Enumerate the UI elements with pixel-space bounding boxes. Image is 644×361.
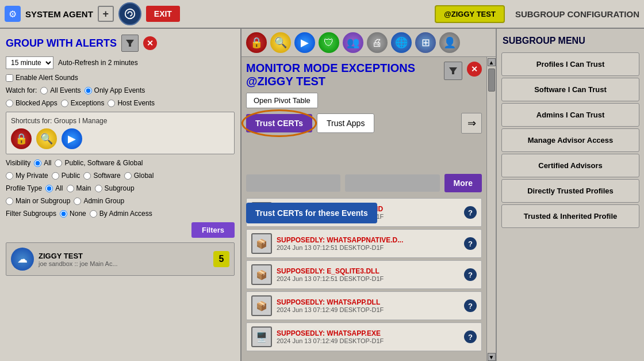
group-name: ZIGGY TEST [39, 252, 209, 260]
refresh-row: 15 minute 30 minute 1 hour Auto-Refresh … [6, 56, 235, 69]
open-pivot-table-button[interactable]: Open Pivot Table [246, 93, 318, 108]
toolbar-lock-icon[interactable]: 🔒 [246, 32, 267, 53]
exceptions-option[interactable]: Exceptions [61, 99, 105, 107]
event-help-button[interactable]: ? [464, 237, 477, 250]
scrollbar[interactable]: ▲ ▼ [486, 57, 496, 361]
menu-item-5[interactable]: Directly Trusted Profiles [501, 179, 639, 203]
vis-public[interactable]: Public [52, 172, 80, 180]
event-help-button[interactable]: ? [464, 299, 477, 312]
menu-item-6[interactable]: Trusted & Inherited Profile [501, 204, 639, 228]
toolbar-search-icon[interactable]: 🔍 [270, 32, 291, 53]
menu-item-0[interactable]: Profiles I Can Trust [501, 52, 639, 76]
scroll-up-button[interactable]: ▲ [488, 58, 496, 66]
menu-item-3[interactable]: Manage Advisor Access [501, 128, 639, 152]
block-options-row: Blocked Apps Exceptions Host Events [6, 99, 235, 107]
home-nav-icon[interactable] [118, 2, 141, 25]
toolbar-person-icon[interactable]: 👤 [439, 32, 460, 53]
group-item[interactable]: ☁ ZIGGY TEST joe sandbox :: joe Main Ac.… [6, 242, 235, 276]
toolbar-grid-icon[interactable]: ⊞ [415, 32, 436, 53]
toolbar-printer-icon[interactable]: 🖨 [367, 32, 388, 53]
refresh-select[interactable]: 15 minute 30 minute 1 hour [6, 56, 53, 69]
only-app-events-option[interactable]: Only App Events [85, 86, 145, 94]
left-panel: GROUP WITH ALERTS ✕ 15 minute 30 minute … [0, 29, 241, 361]
refresh-text: Auto-Refresh in 2 minutes [58, 59, 138, 67]
group-sub: joe sandbox :: joe Main Ac... [39, 260, 209, 267]
shortcut-lock-icon[interactable]: 🔒 [11, 128, 32, 149]
tooltip-box: Trust CERTs for these Events [246, 203, 377, 223]
toolbar-shield-icon[interactable]: 🛡 [319, 32, 339, 53]
scroll-down-button[interactable]: ▼ [488, 353, 496, 361]
toolbar-row: 🔒 🔍 ▶ 🛡 👥 🖨 🌐 ⊞ 👤 [241, 29, 496, 57]
menu-item-1[interactable]: Software I Can Trust [501, 78, 639, 101]
vis-global[interactable]: Global [124, 172, 154, 180]
shortcut-search-icon[interactable]: 🔍 [36, 128, 57, 149]
alert-sounds-row: Enable Alert Sounds [6, 74, 235, 82]
fs-none[interactable]: None [60, 210, 86, 218]
monitor-filter-button[interactable] [444, 62, 462, 80]
trust-certs-button[interactable]: Trust CERTs [246, 114, 312, 132]
host-events-option[interactable]: Host Events [108, 99, 155, 107]
event-name: SUPPOSEDLY: WHATSAPP.EXE [277, 329, 459, 337]
event-help-button[interactable]: ? [464, 206, 477, 219]
blocked-apps-option[interactable]: Blocked Apps [6, 99, 57, 107]
menu-item-2[interactable]: Admins I Can Trust [501, 103, 639, 127]
pt-subgroup[interactable]: Subgroup [95, 184, 135, 192]
vis-all[interactable]: All [34, 159, 51, 167]
event-name: SUPPOSEDLY: E_SQLITE3.DLL [277, 267, 459, 275]
event-list-item[interactable]: 📦 SUPPOSEDLY: WHATSAPPNATIVE.D... 2024 J… [246, 229, 482, 258]
panel-title: GROUP WITH ALERTS ✕ [6, 35, 235, 52]
event-list-item[interactable]: 🖥️ SUPPOSEDLY: WHATSAPP.EXE 2024 Jun 13 … [246, 322, 482, 351]
action-row: Trust CERTs Trust Apps ⇒ [246, 113, 482, 134]
scroll-thumb[interactable] [488, 69, 495, 92]
group-alerts-title: GROUP WITH ALERTS [6, 37, 117, 50]
watch-for-row: Watch for: All Events Only App Events [6, 86, 235, 94]
vis-myprivate[interactable]: My Private [6, 172, 48, 180]
all-events-option[interactable]: All Events [40, 86, 80, 94]
app-title: SYSTEM AGENT [25, 9, 93, 19]
filters-button[interactable]: Filters [191, 222, 235, 238]
toolbar-people-icon[interactable]: 👥 [343, 32, 363, 53]
event-list-item[interactable]: 📦 SUPPOSEDLY: WHATSAPP.DLL 2024 Jun 13 0… [246, 291, 482, 320]
event-icon: 📦 [251, 295, 272, 316]
add-button[interactable]: + [98, 6, 114, 22]
pt-all[interactable]: All [45, 184, 63, 192]
watch-for-label: Watch for: [6, 86, 37, 94]
event-help-button[interactable]: ? [464, 330, 477, 343]
trust-apps-button[interactable]: Trust Apps [317, 113, 374, 133]
event-time: 2024 Jun 13 07:12:51 DESKTOP-D1F [277, 244, 459, 251]
monitor-close-button[interactable]: ✕ [467, 62, 482, 77]
vis-public-sw-global[interactable]: Public, Software & Global [55, 159, 143, 167]
group-info: ZIGGY TEST joe sandbox :: joe Main Ac... [39, 252, 209, 267]
svg-point-0 [125, 9, 135, 19]
user-badge[interactable]: @ZIGGY TEST [435, 5, 505, 23]
menu-items-container: Profiles I Can TrustSoftware I Can Trust… [497, 51, 644, 230]
exit-button[interactable]: EXIT [146, 6, 180, 22]
event-list-item[interactable]: 📦 SUPPOSEDLY: E_SQLITE3.DLL 2024 Jun 13 … [246, 260, 482, 289]
visibility-row: Visibility All Public, Software & Global [6, 159, 235, 167]
vis-software[interactable]: Software [83, 172, 120, 180]
enable-alert-sounds-label: Enable Alert Sounds [16, 74, 78, 82]
enable-alert-sounds-checkbox[interactable] [6, 74, 13, 82]
expand-arrow-button[interactable]: ⇒ [461, 113, 482, 134]
fs-by-admin[interactable]: By Admin Access [90, 210, 152, 218]
profile-type-label: Profile Type [6, 184, 42, 192]
event-name: SUPPOSEDLY: WHATSAPPNATIVE.D... [277, 236, 459, 244]
toolbar-globe-icon[interactable]: 🌐 [391, 32, 412, 53]
shortcut-play-icon[interactable]: ▶ [62, 128, 82, 149]
event-icon: 🖥️ [251, 326, 272, 347]
pt-main[interactable]: Main [67, 184, 91, 192]
gear-icon: ⚙ [5, 6, 21, 22]
content-area: MONITOR MODE EXCEPTIONS @ZIGGY TEST ✕ Op… [241, 57, 486, 361]
menu-item-4[interactable]: Certified Advisors [501, 154, 639, 177]
event-info: SUPPOSEDLY: E_SQLITE3.DLL 2024 Jun 13 07… [277, 267, 459, 282]
shortcut-icons: 🔒 🔍 ▶ [11, 128, 229, 149]
event-help-button[interactable]: ? [464, 268, 477, 281]
pt-main-or-sub[interactable]: Main or Subgroup [6, 197, 70, 205]
svg-marker-2 [449, 67, 457, 74]
toolbar-play-icon[interactable]: ▶ [294, 32, 315, 53]
close-panel-button[interactable]: ✕ [143, 36, 157, 50]
pt-admin-group[interactable]: Admin Group [74, 197, 124, 205]
monitor-header: MONITOR MODE EXCEPTIONS @ZIGGY TEST ✕ [246, 62, 482, 88]
more-button[interactable]: More [444, 174, 482, 192]
filter-icon-btn[interactable] [121, 35, 139, 52]
